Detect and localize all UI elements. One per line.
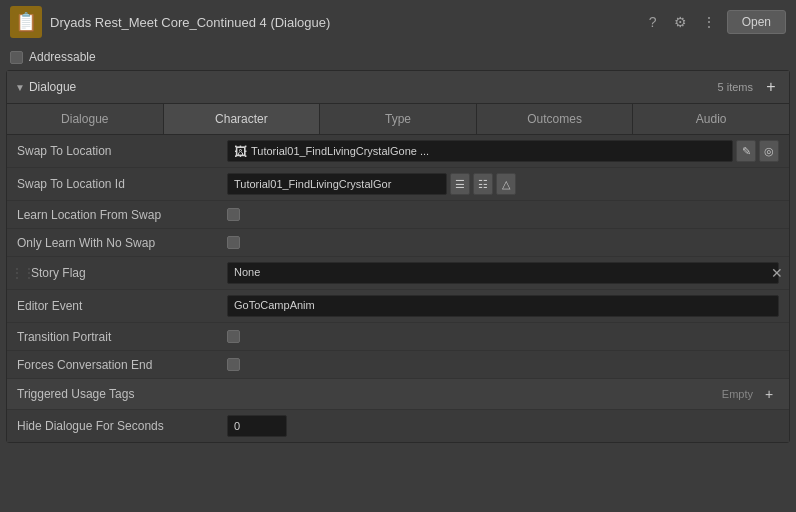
tab-outcomes[interactable]: Outcomes	[477, 104, 634, 134]
tags-right: Empty +	[722, 384, 779, 404]
swap-to-location-id-label: Swap To Location Id	[17, 177, 227, 191]
dialogue-section-label: Dialogue	[29, 80, 76, 94]
list-icon-button-1[interactable]: ☰	[450, 173, 470, 195]
forces-conversation-end-label: Forces Conversation End	[17, 358, 227, 372]
learn-location-from-swap-row: Learn Location From Swap	[7, 201, 789, 229]
hide-dialogue-for-seconds-value	[227, 415, 779, 437]
help-icon[interactable]: ?	[643, 12, 663, 32]
transition-portrait-value	[227, 330, 779, 343]
add-dialogue-button[interactable]: +	[761, 77, 781, 97]
editor-event-value: GoToCampAnim	[227, 295, 779, 317]
addressable-row: Addressable	[0, 44, 796, 70]
swap-to-location-id-value: ☰ ☷ △	[227, 173, 779, 195]
triggered-usage-tags-row: Triggered Usage Tags Empty +	[7, 379, 789, 410]
tab-audio[interactable]: Audio	[633, 104, 789, 134]
window-title: Dryads Rest_Meet Core_Continued 4 (Dialo…	[50, 15, 330, 30]
tab-dialogue[interactable]: Dialogue	[7, 104, 164, 134]
learn-location-from-swap-checkbox[interactable]	[227, 208, 240, 221]
tab-bar: Dialogue Character Type Outcomes Audio	[7, 104, 789, 135]
editor-event-row: Editor Event GoToCampAnim	[7, 290, 789, 323]
location-asset-icon: 🖼	[234, 144, 247, 159]
addressable-label: Addressable	[29, 50, 96, 64]
list-icon-button-2[interactable]: ☷	[473, 173, 493, 195]
learn-location-from-swap-label: Learn Location From Swap	[17, 208, 227, 222]
addressable-checkbox[interactable]	[10, 51, 23, 64]
forces-conversation-end-value	[227, 358, 779, 371]
items-count: 5 items	[718, 81, 753, 93]
location-text: Tutorial01_FindLivingCrystalGone ...	[251, 145, 726, 157]
triangle-icon-button[interactable]: △	[496, 173, 516, 195]
dialogue-header-left: ▼ Dialogue	[15, 80, 76, 94]
tab-character[interactable]: Character	[164, 104, 321, 134]
story-flag-value: None	[227, 262, 779, 284]
story-flag-label: Story Flag	[17, 266, 227, 280]
triggered-usage-tags-label: Triggered Usage Tags	[17, 387, 134, 401]
forces-conversation-end-row: Forces Conversation End	[7, 351, 789, 379]
settings-icon[interactable]: ⚙	[671, 12, 691, 32]
tab-type[interactable]: Type	[320, 104, 477, 134]
swap-to-location-label: Swap To Location	[17, 144, 227, 158]
only-learn-no-swap-row: Only Learn With No Swap	[7, 229, 789, 257]
swap-to-location-row: Swap To Location 🖼 Tutorial01_FindLiving…	[7, 135, 789, 168]
editor-event-field[interactable]: GoToCampAnim	[227, 295, 779, 317]
collapse-icon[interactable]: ▼	[15, 82, 25, 93]
swap-to-location-id-row: Swap To Location Id ☰ ☷ △	[7, 168, 789, 201]
title-right: ? ⚙ ⋮ Open	[643, 10, 786, 34]
learn-location-from-swap-value	[227, 208, 779, 221]
only-learn-no-swap-checkbox[interactable]	[227, 236, 240, 249]
editor-event-label: Editor Event	[17, 299, 227, 313]
swap-to-location-field[interactable]: 🖼 Tutorial01_FindLivingCrystalGone ...	[227, 140, 733, 162]
drag-handle[interactable]: ⋮⋮	[7, 267, 39, 279]
title-left: 📋 Dryads Rest_Meet Core_Continued 4 (Dia…	[10, 6, 330, 38]
swap-to-location-id-input[interactable]	[227, 173, 447, 195]
tags-empty-text: Empty	[722, 388, 753, 400]
story-flag-close-button[interactable]: ✕	[769, 265, 785, 281]
open-button[interactable]: Open	[727, 10, 786, 34]
forces-conversation-end-checkbox[interactable]	[227, 358, 240, 371]
transition-portrait-checkbox[interactable]	[227, 330, 240, 343]
swap-to-location-value: 🖼 Tutorial01_FindLivingCrystalGone ... ✎…	[227, 140, 779, 162]
content-area: Swap To Location 🖼 Tutorial01_FindLiving…	[7, 135, 789, 442]
hide-dialogue-for-seconds-input[interactable]	[227, 415, 287, 437]
more-icon[interactable]: ⋮	[699, 12, 719, 32]
hide-dialogue-for-seconds-label: Hide Dialogue For Seconds	[17, 419, 227, 433]
transition-portrait-label: Transition Portrait	[17, 330, 227, 344]
only-learn-no-swap-label: Only Learn With No Swap	[17, 236, 227, 250]
story-flag-row: ⋮⋮ Story Flag None ✕	[7, 257, 789, 290]
only-learn-no-swap-value	[227, 236, 779, 249]
target-location-button[interactable]: ◎	[759, 140, 779, 162]
main-panel: ▼ Dialogue 5 items + Dialogue Character …	[6, 70, 790, 443]
hide-dialogue-for-seconds-row: Hide Dialogue For Seconds	[7, 410, 789, 442]
story-flag-dropdown[interactable]: None	[227, 262, 779, 284]
transition-portrait-row: Transition Portrait	[7, 323, 789, 351]
dialogue-header-right: 5 items +	[718, 77, 781, 97]
edit-location-button[interactable]: ✎	[736, 140, 756, 162]
title-bar: 📋 Dryads Rest_Meet Core_Continued 4 (Dia…	[0, 0, 796, 44]
dialogue-header: ▼ Dialogue 5 items +	[7, 71, 789, 104]
document-icon: 📋	[10, 6, 42, 38]
add-tag-button[interactable]: +	[759, 384, 779, 404]
